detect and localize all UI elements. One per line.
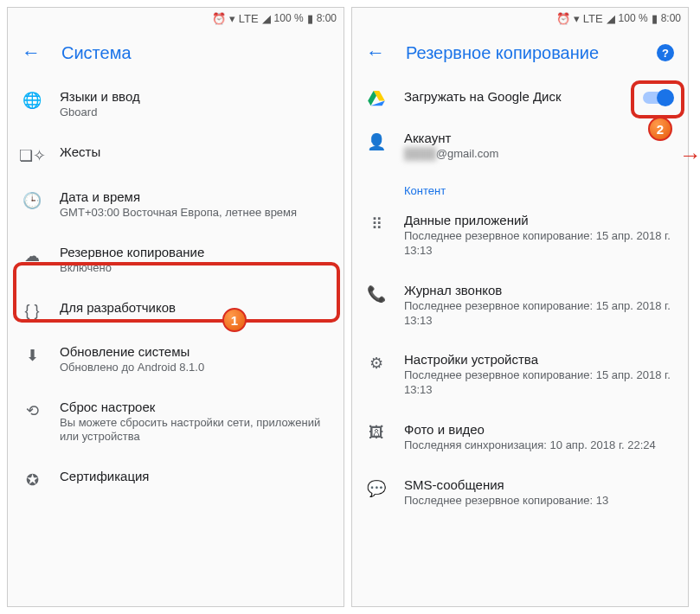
back-icon[interactable]: ← xyxy=(366,42,385,64)
row-title: Резервное копирование xyxy=(60,245,330,259)
signal-icon: ◢ xyxy=(262,12,271,25)
status-bar: ⏰ ▾ LTE ◢ 100 % ▮ 8:00 xyxy=(8,8,344,29)
battery-pct: 100 % xyxy=(274,12,304,24)
phone-left: ⏰ ▾ LTE ◢ 100 % ▮ 8:00 ← Система 🌐 Языки… xyxy=(7,7,344,607)
row-sub: Последнее резервное копирование: 15 апр.… xyxy=(404,299,674,329)
row-title: Фото и видео xyxy=(404,422,674,437)
content-call-log[interactable]: 📞 Журнал звонковПоследнее резервное копи… xyxy=(352,271,688,341)
content-app-data[interactable]: ⠿ Данные приложенийПоследнее резервное к… xyxy=(352,201,688,271)
row-sub: Включено xyxy=(60,261,330,276)
status-bar: ⏰ ▾ LTE ◢ 100 % ▮ 8:00 xyxy=(352,8,688,29)
arrow-right-icon: → xyxy=(679,142,700,169)
signal-icon: ◢ xyxy=(607,12,615,25)
content-sms[interactable]: 💬 SMS-сообщенияПоследнее резервное копир… xyxy=(352,465,688,521)
battery-icon: ▮ xyxy=(652,12,658,25)
back-icon[interactable]: ← xyxy=(22,42,41,64)
badge-2: 2 xyxy=(648,117,672,141)
image-icon: 🖼 xyxy=(366,422,387,442)
row-sub: ████@gmail.com xyxy=(404,147,674,162)
lte-icon: LTE xyxy=(583,12,603,25)
lte-icon: LTE xyxy=(239,12,259,25)
phone-right: ⏰ ▾ LTE ◢ 100 % ▮ 8:00 ← Резервное копир… xyxy=(351,7,689,607)
globe-icon: 🌐 xyxy=(22,89,42,110)
gear-icon: ⚙ xyxy=(366,352,387,373)
braces-icon: { } xyxy=(22,300,42,320)
row-title: Сертификация xyxy=(60,469,330,483)
row-title: Для разработчиков xyxy=(60,300,330,315)
row-title: Жесты xyxy=(60,144,330,159)
alarm-icon: ⏰ xyxy=(212,12,226,25)
row-title: Настройки устройства xyxy=(404,352,674,367)
wifi-icon: ▾ xyxy=(229,12,235,25)
alarm-icon: ⏰ xyxy=(556,12,570,25)
backup-to-drive[interactable]: Загружать на Google Диск xyxy=(352,77,688,118)
row-title: Сброс настроек xyxy=(60,400,330,414)
row-title: Загружать на Google Диск xyxy=(404,89,626,104)
page-title: Система xyxy=(61,43,330,63)
setting-certification[interactable]: ✪ Сертификация xyxy=(8,457,344,502)
settings-list[interactable]: 🌐 Языки и вводGboard ❏✧ Жесты 🕒 Дата и в… xyxy=(8,77,344,606)
row-title: SMS-сообщения xyxy=(404,477,674,492)
setting-languages[interactable]: 🌐 Языки и вводGboard xyxy=(8,77,344,132)
apps-icon: ⠿ xyxy=(366,213,387,233)
sms-icon: 💬 xyxy=(366,477,387,498)
help-icon[interactable]: ? xyxy=(657,44,674,61)
section-header: Контент xyxy=(352,174,688,201)
clock-icon: 🕒 xyxy=(22,189,42,210)
drive-backup-toggle[interactable] xyxy=(643,89,674,106)
restore-icon: ⟲ xyxy=(22,400,42,420)
row-title: Данные приложений xyxy=(404,213,674,227)
battery-pct: 100 % xyxy=(619,12,648,24)
backup-list[interactable]: Загружать на Google Диск 👤 Аккаунт████@g… xyxy=(352,77,688,606)
content-photos[interactable]: 🖼 Фото и видеоПоследняя синхронизация: 1… xyxy=(352,410,688,465)
row-sub: Последнее резервное копирование: 15 апр.… xyxy=(404,368,674,398)
row-title: Аккаунт xyxy=(404,131,674,145)
backup-account[interactable]: 👤 Аккаунт████@gmail.com xyxy=(352,118,688,174)
setting-reset[interactable]: ⟲ Сброс настроекВы можете сбросить настр… xyxy=(8,387,344,457)
setting-datetime[interactable]: 🕒 Дата и времяGMT+03:00 Восточная Европа… xyxy=(8,177,344,233)
verified-icon: ✪ xyxy=(22,469,42,489)
row-title: Обновление системы xyxy=(60,344,330,359)
row-title: Языки и ввод xyxy=(60,89,330,104)
switch-thumb xyxy=(657,89,674,106)
gesture-icon: ❏✧ xyxy=(22,144,42,165)
setting-gestures[interactable]: ❏✧ Жесты xyxy=(8,132,344,177)
setting-backup[interactable]: ☁ Резервное копированиеВключено xyxy=(8,233,344,288)
setting-update[interactable]: ⬇ Обновление системыОбновлено до Android… xyxy=(8,332,344,387)
clock: 8:00 xyxy=(317,12,337,24)
google-drive-icon xyxy=(366,89,387,106)
row-sub: Gboard xyxy=(60,106,330,120)
update-icon: ⬇ xyxy=(22,344,42,365)
row-sub: Последняя синхронизация: 10 апр. 2018 г.… xyxy=(404,438,674,453)
app-bar: ← Система xyxy=(8,29,344,77)
row-sub: Последнее резервное копирование: 13 xyxy=(404,494,674,508)
badge-1: 1 xyxy=(222,308,247,332)
app-bar: ← Резервное копирование ? xyxy=(352,29,688,77)
row-sub: Обновлено до Android 8.1.0 xyxy=(60,361,330,375)
setting-developer[interactable]: { } Для разработчиков xyxy=(8,288,344,332)
battery-icon: ▮ xyxy=(307,12,313,25)
row-title: Дата и время xyxy=(60,189,330,204)
row-sub: Вы можете сбросить настройки сети, прило… xyxy=(60,416,330,445)
phone-icon: 📞 xyxy=(366,283,387,304)
row-sub: Последнее резервное копирование: 15 апр.… xyxy=(404,229,674,259)
row-title: Журнал звонков xyxy=(404,283,674,297)
cloud-upload-icon: ☁ xyxy=(22,245,42,265)
person-icon: 👤 xyxy=(366,131,387,151)
content-device-settings[interactable]: ⚙ Настройки устройстваПоследнее резервно… xyxy=(352,340,688,410)
row-sub: GMT+03:00 Восточная Европа, летнее время xyxy=(60,206,330,221)
page-title: Резервное копирование xyxy=(406,43,636,63)
clock: 8:00 xyxy=(661,12,681,24)
wifi-icon: ▾ xyxy=(574,12,580,25)
